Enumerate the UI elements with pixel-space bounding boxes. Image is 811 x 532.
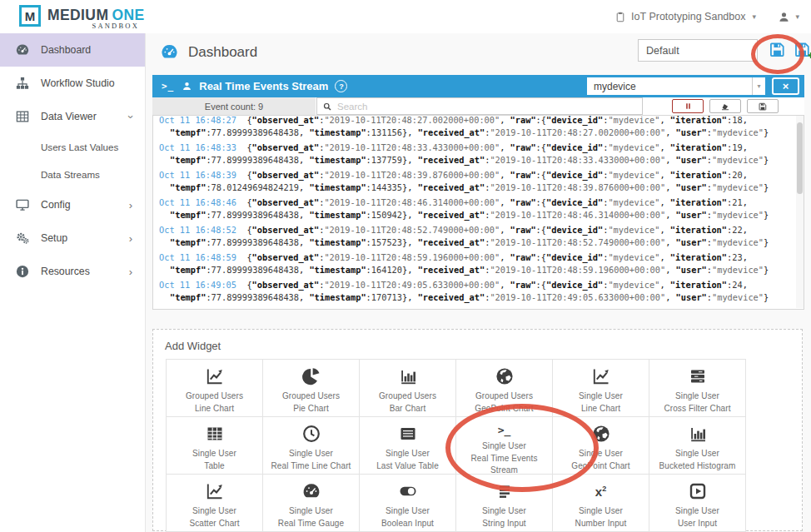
brand-primary: MEDIUM [47, 7, 108, 23]
string-lines-icon [495, 481, 515, 501]
widget-label-line2: Real Time Events Stream [456, 453, 552, 477]
widget-label-line1: Single User [482, 505, 526, 518]
widget-label-line1: Single User [289, 505, 333, 518]
line-chart-icon [205, 481, 225, 501]
sidebar-item-users-last-values[interactable]: Users Last Values [0, 133, 145, 161]
user-menu[interactable]: ▾ [778, 0, 799, 33]
close-widget-button[interactable]: × [772, 77, 799, 95]
widget-single-user-real-time-events-stream[interactable]: >_Single UserReal Time Events Stream [456, 417, 553, 475]
terminal-icon: >_ [495, 424, 515, 436]
device-select[interactable]: ▾ [587, 77, 765, 95]
search-box [316, 97, 643, 115]
widget-single-user-string-input[interactable]: Single UserString Input [456, 475, 553, 532]
widget-label-line2: Line Chart [195, 403, 234, 415]
last-value-table-icon [398, 424, 418, 444]
help-icon[interactable]: ? [335, 80, 347, 92]
widget-single-user-bucketed-histogram[interactable]: Single UserBucketed Histogram [649, 417, 746, 475]
search-input[interactable] [332, 101, 642, 112]
clock-icon [301, 424, 321, 444]
event-log-entry: Oct 11 16:48:46 {"observed_at":"2019-10-… [159, 196, 804, 221]
scrollbar-track[interactable] [796, 116, 804, 308]
chevron-right-icon: › [129, 266, 132, 277]
line-chart-icon [591, 366, 611, 386]
widget-label-line2: Table [204, 460, 224, 473]
sidebar-item-config[interactable]: Config› [0, 188, 145, 221]
workspace-selector[interactable]: IoT Prototyping Sandbox ▾ [614, 0, 756, 33]
save-as-new-dashboard-button[interactable] [793, 40, 811, 59]
widget-label-line2: Cross Filter Chart [664, 403, 730, 415]
dashboard-gauge-icon [160, 42, 179, 62]
widget-single-user-last-value-table[interactable]: Single UserLast Value Table [360, 417, 456, 475]
gauge-icon [301, 481, 321, 501]
table-grid-icon [15, 109, 30, 124]
pause-stream-button[interactable] [672, 99, 704, 113]
caret-down-icon[interactable]: ▾ [752, 77, 765, 95]
search-icon [322, 102, 332, 112]
dashboard-name-input[interactable] [638, 39, 758, 62]
single-user-icon [182, 81, 192, 92]
number-icon: x2 [591, 481, 611, 501]
save-icon [768, 40, 787, 59]
globe-icon [591, 424, 611, 444]
sidebar-item-label: Workflow Studio [41, 77, 115, 89]
event-count: Event count: 9 [152, 97, 316, 115]
gears-icon [15, 231, 30, 246]
sidebar-item-data-streams[interactable]: Data Streams [0, 161, 145, 188]
widget-grouped-users-bar-chart[interactable]: Grouped UsersBar Chart [360, 360, 456, 417]
cross-filter-icon [688, 366, 708, 386]
widget-single-user-table[interactable]: Single UserTable [167, 417, 263, 475]
widget-label-line1: Single User [192, 448, 236, 460]
widget-single-user-geopoint-chart[interactable]: Single UserGeoPoint Chart [553, 417, 649, 475]
widget-label-line2: Bucketed Histogram [659, 460, 736, 473]
widget-single-user-real-time-gauge[interactable]: Single UserReal Time Gauge [263, 475, 360, 532]
gauge-icon [15, 42, 30, 57]
sidebar-item-label: Users Last Values [41, 142, 118, 152]
terminal-icon: >_ [162, 81, 174, 92]
event-log-entry: Oct 11 16:48:33 {"observed_at":"2019-10-… [159, 142, 804, 167]
widget-label-line2: GeoPoint Chart [571, 460, 629, 473]
brand-logo-icon: M [19, 5, 41, 27]
clear-stream-button[interactable] [709, 99, 741, 113]
widget-single-user-number-input[interactable]: x2Single UserNumber Input [553, 475, 649, 532]
event-log: Oct 11 16:48:27 {"observed_at":"2019-10-… [152, 115, 804, 310]
sidebar-item-dashboard[interactable]: Dashboard [0, 33, 145, 67]
widget-single-user-scatter-chart[interactable]: Single UserScatter Chart [167, 475, 263, 532]
scrollbar-thumb[interactable] [797, 122, 803, 194]
sidebar-item-label: Dashboard [41, 44, 91, 56]
widget-grouped-users-pie-chart[interactable]: Grouped UsersPie Chart [263, 360, 360, 417]
widget-single-user-boolean-input[interactable]: Single UserBoolean Input [360, 475, 456, 532]
widget-single-user-real-time-line-chart[interactable]: Single UserReal Time Line Chart [263, 417, 360, 475]
export-stream-button[interactable] [747, 99, 779, 113]
device-select-value[interactable] [587, 77, 752, 95]
brand-secondary: ONE [112, 7, 144, 23]
eraser-icon [720, 102, 730, 112]
widget-single-user-user-input[interactable]: Single UserUser Input [649, 475, 746, 532]
widget-grouped-users-geopoint-chart[interactable]: Grouped UsersGeoPoint Chart [456, 360, 553, 417]
app-window: M MEDIUMONE SANDBOX IoT Prototyping Sand… [0, 0, 811, 532]
sidebar-item-label: Data Streams [41, 169, 100, 180]
widget-single-user-line-chart[interactable]: Single UserLine Chart [553, 360, 649, 417]
sidebar-item-workflow-studio[interactable]: Workflow Studio [0, 67, 145, 100]
bar-chart-icon [398, 366, 418, 386]
user-icon [778, 11, 790, 23]
pause-icon [684, 102, 693, 111]
stream-widget-header: >_ Real Time Events Stream ? ▾ × [152, 75, 804, 97]
widget-label-line2: Bar Chart [390, 403, 426, 415]
sidebar-item-label: Config [41, 199, 71, 211]
widget-label-line1: Single User [386, 505, 430, 518]
sidebar-item-resources[interactable]: Resources› [0, 255, 145, 288]
event-log-entry: Oct 11 16:48:27 {"observed_at":"2019-10-… [159, 115, 804, 139]
widget-single-user-cross-filter-chart[interactable]: Single UserCross Filter Chart [649, 360, 746, 417]
main-area: Dashboard >_ Real Time Events Stream ? ▾… [146, 33, 811, 532]
widget-label-line1: Single User [289, 448, 333, 460]
globe-icon [495, 366, 515, 386]
chevron-down-icon: › [125, 115, 136, 118]
save-icon [758, 102, 768, 112]
widget-label-line2: Real Time Line Chart [271, 460, 351, 473]
widget-grouped-users-line-chart[interactable]: Grouped UsersLine Chart [167, 360, 263, 417]
sidebar-item-data-viewer[interactable]: Data Viewer› [0, 100, 145, 133]
save-dashboard-button[interactable] [768, 40, 787, 59]
add-widget-panel: Add Widget Grouped UsersLine ChartGroupe… [152, 329, 803, 531]
top-bar: M MEDIUMONE SANDBOX IoT Prototyping Sand… [0, 0, 811, 33]
sidebar-item-setup[interactable]: Setup› [0, 221, 145, 255]
